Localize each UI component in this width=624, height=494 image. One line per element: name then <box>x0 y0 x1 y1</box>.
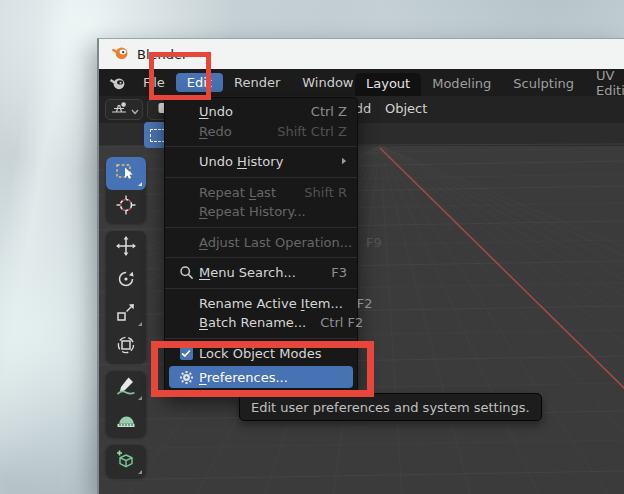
menubar-item-render[interactable]: Render <box>223 73 291 92</box>
menu-item-shortcut: F3 <box>331 265 347 280</box>
blender-logo-icon <box>111 45 129 64</box>
tool-select-box-button[interactable] <box>106 157 146 190</box>
menu-item-shortcut: Ctrl F2 <box>320 315 363 330</box>
menu-separator <box>165 338 357 339</box>
menu-item-label: Adjust Last Operation... <box>199 235 352 250</box>
tooltip-text: Edit user preferences and system setting… <box>251 400 530 415</box>
menu-item-shortcut: Shift Ctrl Z <box>277 124 347 139</box>
annotation-box-edit <box>149 52 211 100</box>
menu-item-label: Repeat Last <box>199 185 290 200</box>
menu-item-shortcut: Shift R <box>304 185 347 200</box>
menu-item-label: Rename Active Item... <box>199 296 343 311</box>
menu-item-shortcut: Ctrl Z <box>311 104 347 119</box>
menu-separator <box>165 227 357 228</box>
editor-type-button[interactable] <box>105 99 143 120</box>
workspace-tabs: LayoutModelingSculptingUV Editing <box>355 72 624 96</box>
editor-type-icon <box>110 100 128 119</box>
menubar-item-window[interactable]: Window <box>291 73 364 92</box>
tool-scale-button[interactable] <box>106 297 146 330</box>
scale-icon <box>115 301 137 327</box>
annotate-icon <box>115 375 137 401</box>
menu-item-label: Repeat History... <box>199 204 347 219</box>
measure-icon <box>115 408 137 434</box>
tool-group <box>106 445 146 478</box>
chevron-down-icon <box>131 100 139 119</box>
tool-cursor-button[interactable] <box>106 190 146 223</box>
move-icon <box>115 235 137 261</box>
menu-item-redo[interactable]: RedoShift Ctrl Z <box>165 122 357 142</box>
tab-sculpting[interactable]: Sculpting <box>502 73 585 96</box>
menu-item-batch-rename[interactable]: Batch Rename...Ctrl F2 <box>165 313 357 333</box>
tab-modeling[interactable]: Modeling <box>421 73 502 96</box>
add-cube-icon <box>115 449 137 475</box>
tool-group <box>106 231 146 363</box>
menu-item-shortcut: F9 <box>366 235 382 250</box>
annotation-box-preferences <box>151 341 374 397</box>
menu-item-label: Redo <box>199 124 263 139</box>
tool-rotate-button[interactable] <box>106 264 146 297</box>
menu-item-menu-search[interactable]: Menu Search...F3 <box>165 263 357 283</box>
tool-group <box>106 157 146 223</box>
tooltip: Edit user preferences and system setting… <box>239 393 542 421</box>
menu-separator <box>165 177 357 178</box>
menu-item-repeat-last[interactable]: Repeat LastShift R <box>165 183 357 203</box>
toolbar <box>106 157 146 478</box>
tool-group <box>106 371 146 437</box>
tool-annotate-button[interactable] <box>106 371 146 404</box>
select-box-icon <box>115 162 137 186</box>
tab-layout[interactable]: Layout <box>355 73 421 96</box>
menu-item-label: Undo History <box>199 154 341 169</box>
menu-item-shortcut: F2 <box>357 296 373 311</box>
tool-transform-button[interactable] <box>106 330 146 363</box>
menu-separator <box>165 288 357 289</box>
menu-item-label: Undo <box>199 104 297 119</box>
search-icon <box>173 265 199 280</box>
menu-item-repeat-history[interactable]: Repeat History... <box>165 202 357 222</box>
cursor-icon <box>115 194 137 220</box>
submenu-arrow-icon <box>341 156 347 167</box>
menu-separator <box>165 146 357 147</box>
menu-item-rename-active-item[interactable]: Rename Active Item...F2 <box>165 294 357 314</box>
tool-add-cube-button[interactable] <box>106 445 146 478</box>
rotate-icon <box>115 268 137 294</box>
menu-item-undo[interactable]: UndoCtrl Z <box>165 102 357 122</box>
blender-menu-logo-icon[interactable] <box>109 76 126 90</box>
menu-item-undo-history[interactable]: Undo History <box>165 152 357 172</box>
menu-item-label: Menu Search... <box>199 265 317 280</box>
menu-item-label: Batch Rename... <box>199 315 306 330</box>
blender-window: Blender FileEditRenderWindowHelp LayoutM… <box>97 38 624 494</box>
tool-move-button[interactable] <box>106 231 146 264</box>
menu-separator <box>165 257 357 258</box>
transform-icon <box>115 334 137 360</box>
menu-item-adjust-last-operation[interactable]: Adjust Last Operation...F9 <box>165 233 357 253</box>
desktop-background: Blender FileEditRenderWindowHelp LayoutM… <box>0 0 624 494</box>
select-box-mode-icon <box>150 129 165 142</box>
tool-measure-button[interactable] <box>106 404 146 437</box>
header-menu-object[interactable]: Object <box>385 101 427 116</box>
